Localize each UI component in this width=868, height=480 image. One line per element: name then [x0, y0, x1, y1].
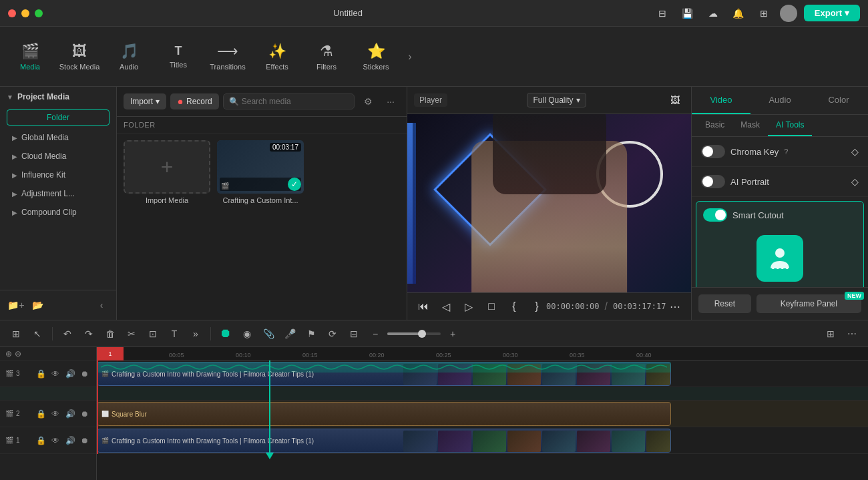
split-audio-button[interactable]: ⊟ — [345, 324, 363, 343]
minus-button[interactable]: − — [366, 324, 385, 343]
toolbar-item-audio[interactable]: 🎵 Audio — [105, 33, 152, 80]
snap-button[interactable]: ⊖ — [15, 349, 21, 358]
cloud-icon[interactable]: ☁ — [704, 4, 722, 23]
ai-portrait-toggle[interactable] — [701, 175, 725, 188]
quality-select[interactable]: Full Quality ▾ — [527, 93, 586, 107]
skip-back-button[interactable]: ⏮ — [414, 297, 433, 316]
clip-video1[interactable]: 🎬 Crafting a Custom Intro with Drawing T… — [97, 429, 671, 453]
toolbar-more-button[interactable]: › — [402, 49, 418, 65]
delete-button[interactable]: 🗑 — [101, 324, 120, 343]
avatar[interactable] — [780, 5, 797, 22]
lock-icon3[interactable]: 🔒 — [35, 435, 47, 447]
tab-video[interactable]: Video — [692, 87, 750, 114]
panel-row-ai-portrait[interactable]: AI Portrait ◇ — [692, 167, 868, 197]
more-options-button[interactable]: ··· — [381, 92, 400, 111]
media-video-item[interactable]: 00:03:17 ✓ 🎬 Crafting a Custom Int... — [217, 140, 304, 313]
diamond-icon[interactable]: ◇ — [851, 146, 859, 157]
close-button[interactable] — [8, 9, 16, 17]
undo-button[interactable]: ↶ — [58, 324, 77, 343]
snapshot-icon[interactable]: 🖼 — [666, 91, 684, 109]
sidebar-item-cloud-media[interactable]: ▶ Cloud Media — [3, 147, 114, 166]
reset-button[interactable]: Reset — [698, 294, 751, 313]
transform-button[interactable]: ⊡ — [144, 324, 162, 343]
cut-button[interactable]: ✂ — [122, 324, 141, 343]
text-button[interactable]: T — [165, 324, 184, 343]
add-folder-icon[interactable]: 📁+ — [7, 296, 25, 314]
sidebar-item-compound-clip[interactable]: ▶ Compound Clip — [3, 203, 114, 222]
screen-icon[interactable]: ⊟ — [653, 4, 672, 23]
minimize-button[interactable] — [21, 9, 29, 17]
subtab-basic[interactable]: Basic — [697, 115, 732, 136]
sidebar-item-project-media[interactable]: ▼ Project Media — [0, 87, 116, 107]
track-row-video2[interactable]: ⬜ Square Blur — [97, 401, 868, 427]
tab-color[interactable]: Color — [809, 87, 868, 114]
collapse-sidebar-button[interactable]: ‹ — [93, 297, 110, 313]
stop-button[interactable]: □ — [482, 297, 501, 316]
timeline-grid-icon[interactable]: ⊞ — [7, 324, 25, 343]
speed-button[interactable]: ⟳ — [323, 324, 342, 343]
more-tools-button[interactable]: » — [186, 324, 205, 343]
eye-icon2[interactable]: 👁 — [49, 408, 61, 420]
play-button[interactable]: ▷ — [459, 297, 478, 316]
volume-slider[interactable] — [387, 332, 441, 335]
speaker-icon2[interactable]: 🔊 — [64, 408, 76, 420]
add-track-button[interactable]: ⊕ — [5, 349, 12, 358]
mark-in-button[interactable]: { — [505, 297, 523, 316]
toolbar-item-transitions[interactable]: ⟶ Transitions — [204, 33, 251, 80]
clip-video2-overlay[interactable]: ⬜ Square Blur — [97, 402, 671, 426]
subtab-ai-tools[interactable]: AI Tools — [768, 115, 812, 136]
diamond-icon[interactable]: ◇ — [851, 176, 859, 187]
sidebar-item-global-media[interactable]: ▶ Global Media — [3, 128, 114, 147]
record-track-icon[interactable]: ⏺ — [79, 368, 91, 380]
mark-out-button[interactable]: } — [527, 297, 546, 316]
tl-settings-icon[interactable]: ⊞ — [821, 324, 840, 343]
save-icon[interactable]: 💾 — [678, 4, 697, 23]
frame-back-button[interactable]: ◁ — [437, 297, 455, 316]
plus-button[interactable]: + — [443, 324, 462, 343]
chroma-key-toggle[interactable] — [701, 145, 725, 158]
grid-icon[interactable]: ⊞ — [754, 4, 773, 23]
toolbar-item-media[interactable]: 🎬 Media — [7, 33, 53, 80]
maximize-button[interactable] — [35, 9, 43, 17]
marker-button[interactable]: ⚑ — [302, 324, 320, 343]
tab-audio[interactable]: Audio — [750, 87, 809, 114]
track-row-video1[interactable]: 🎬 Crafting a Custom Intro with Drawing T… — [97, 427, 868, 454]
toolbar-item-titles[interactable]: T Titles — [155, 33, 202, 80]
record-button[interactable]: ⏺ Record — [170, 93, 219, 109]
import-media-item[interactable]: + Import Media — [124, 140, 210, 313]
folder-icon[interactable]: 📂 — [28, 296, 47, 314]
eye-icon3[interactable]: 👁 — [49, 435, 61, 447]
clip-button[interactable]: 📎 — [259, 324, 278, 343]
player-more-icon[interactable]: ⋯ — [666, 297, 684, 316]
voice-button[interactable]: 🎤 — [280, 324, 299, 343]
import-button[interactable]: Import ▾ — [124, 93, 166, 109]
toolbar-item-effects[interactable]: ✨ Effects — [254, 33, 300, 80]
eye-icon[interactable]: 👁 — [49, 368, 61, 380]
record-track-icon3[interactable]: ⏺ — [79, 435, 91, 447]
bell-icon[interactable]: 🔔 — [729, 4, 748, 23]
record-track-icon2[interactable]: ⏺ — [79, 408, 91, 420]
lock-icon[interactable]: 🔒 — [35, 368, 47, 380]
timeline-cursor-icon[interactable]: ↖ — [28, 324, 47, 343]
export-button[interactable]: Export ▾ — [804, 5, 860, 21]
smart-cutout-start-button[interactable] — [756, 235, 803, 282]
tl-more-icon[interactable]: ⋯ — [843, 324, 861, 343]
sidebar-item-adjustment[interactable]: ▶ Adjustment L... — [3, 184, 114, 203]
sidebar-folder-button[interactable]: Folder — [7, 109, 110, 126]
redo-button[interactable]: ↷ — [79, 324, 98, 343]
record-mode-button[interactable]: ⏺ — [216, 324, 235, 343]
subtab-mask[interactable]: Mask — [732, 115, 768, 136]
toolbar-item-stickers[interactable]: ⭐ Stickers — [353, 33, 399, 80]
filter-button[interactable]: ⚙ — [359, 92, 377, 111]
panel-row-chroma-key[interactable]: Chroma Key ? ◇ — [692, 137, 868, 167]
search-input[interactable] — [242, 97, 349, 106]
sidebar-item-influence-kit[interactable]: ▶ Influence Kit — [3, 166, 114, 184]
ripple-button[interactable]: ◉ — [238, 324, 256, 343]
toolbar-item-stock-media[interactable]: 🖼 Stock Media — [56, 33, 103, 80]
toolbar-item-filters[interactable]: ⚗ Filters — [303, 33, 350, 80]
smart-cutout-toggle[interactable] — [703, 208, 727, 222]
keyframe-panel-button[interactable]: Keyframe Panel NEW — [756, 294, 861, 313]
lock-icon2[interactable]: 🔒 — [35, 408, 47, 420]
speaker-icon3[interactable]: 🔊 — [64, 435, 76, 447]
speaker-icon[interactable]: 🔊 — [64, 368, 76, 380]
